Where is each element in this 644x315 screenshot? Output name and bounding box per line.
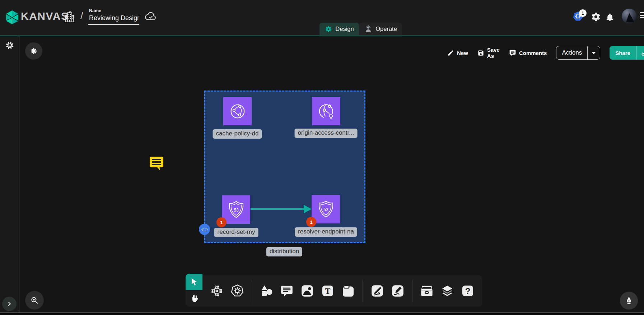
link-icon (640, 49, 644, 57)
tab-operate[interactable]: Operate (359, 23, 402, 35)
toolbar-section-manage: ? (412, 280, 482, 302)
help-glyph: ? (465, 286, 471, 296)
breadcrumb-separator: / (80, 10, 83, 22)
help-icon[interactable]: ? (460, 283, 475, 298)
components-circuit-icon[interactable] (209, 283, 224, 298)
error-badge-resolver-endpoint[interactable]: 1 (306, 217, 316, 227)
node-cache-policy[interactable] (223, 97, 252, 125)
kanvas-app: KANVAS / Name (0, 0, 644, 315)
settings-gear-icon[interactable] (591, 12, 601, 22)
pen-nib-icon (624, 296, 634, 305)
comment-tool-icon[interactable] (279, 283, 294, 298)
actions-caret-cell[interactable] (587, 46, 600, 59)
text-tool-glyph: T (325, 287, 330, 296)
user-avatar[interactable] (622, 9, 637, 24)
actions-dropdown-button[interactable]: Actions (556, 46, 600, 60)
zoom-in-magnifier-icon (30, 296, 39, 305)
cloudfront-origin-access-control-icon (316, 101, 336, 121)
brand-name: KANVAS (21, 10, 69, 22)
layers-icon[interactable] (440, 283, 455, 298)
pen-path-tool-icon[interactable] (370, 283, 385, 298)
save-as-button[interactable]: Save As (477, 47, 500, 59)
design-name-input[interactable] (89, 14, 139, 22)
sidebar-meshery-swirl-icon[interactable] (4, 40, 15, 51)
tab-design[interactable]: Design (319, 23, 359, 35)
select-tool-button[interactable] (186, 274, 202, 290)
shapes-tool-icon[interactable] (259, 283, 274, 298)
group-label-distribution[interactable]: distribution (266, 247, 302, 256)
design-name-underline (88, 24, 139, 25)
new-label: New (457, 50, 468, 56)
route53-number: 53 (323, 207, 328, 212)
asterisk-gear-icon (30, 47, 38, 55)
toolbar-section-infra (202, 280, 252, 302)
image-tool-icon[interactable] (300, 283, 315, 298)
design-tab-icon (325, 25, 332, 33)
kubernetes-notification-badge: 1 (579, 9, 587, 17)
kanvas-logo-icon[interactable] (5, 9, 19, 25)
share-label: Share (610, 46, 636, 60)
save-as-label: Save As (487, 47, 500, 59)
node-resolver-endpoint[interactable]: 53 (312, 195, 340, 223)
node-label-record-set[interactable]: record-set-my (214, 228, 258, 237)
canvas-settings-button[interactable] (25, 42, 42, 60)
node-label-origin-access-control[interactable]: origin-access-contr... (295, 129, 358, 138)
notifications-bell-icon[interactable] (605, 13, 615, 22)
expand-sidebar-button[interactable] (2, 297, 17, 311)
zoom-in-button[interactable] (25, 291, 44, 310)
edge-record-to-resolver[interactable] (251, 208, 304, 210)
caret-down-icon (592, 52, 596, 54)
design-name-label: Name (89, 8, 101, 13)
floppy-save-icon (477, 50, 484, 56)
operate-tab-label: Operate (375, 26, 397, 32)
left-sidebar-rail (0, 36, 19, 313)
cloudfront-cache-policy-icon (228, 101, 248, 121)
share-button[interactable]: Share (610, 46, 644, 60)
design-tab-label: Design (335, 26, 354, 32)
hamburger-menu-icon[interactable] (640, 12, 644, 18)
canvas-toolbar: New Save As Comments Actions (447, 46, 644, 60)
actions-label: Actions (556, 46, 587, 59)
edge-arrowhead (304, 205, 312, 213)
error-badge-record-set[interactable]: 1 (216, 217, 227, 227)
new-button[interactable]: New (447, 50, 468, 56)
card-tool-icon[interactable] (341, 283, 356, 298)
node-label-resolver-endpoint[interactable]: resolver-endpoint-na (295, 227, 357, 237)
organization-icon[interactable] (63, 10, 76, 24)
avatar-figure (626, 13, 634, 22)
copy-link-cell[interactable] (636, 46, 644, 60)
route53-number: 53 (234, 207, 239, 212)
node-origin-access-control[interactable] (312, 97, 340, 125)
chevron-right-icon (6, 301, 13, 307)
selection-handle[interactable] (199, 224, 210, 235)
pen-fab-button[interactable] (620, 292, 638, 310)
freehand-pencil-tool-icon[interactable] (390, 283, 405, 298)
pencil-icon (447, 50, 454, 56)
header-accent-underline (0, 35, 644, 36)
bottom-strip (0, 313, 644, 315)
comment-bubble-icon (509, 49, 516, 56)
drawer-archive-icon[interactable] (419, 283, 434, 298)
cloud-sync-icon (144, 11, 157, 22)
pointer-tool-group (186, 274, 202, 307)
node-label-cache-policy[interactable]: cache-policy-dd (213, 129, 262, 139)
comments-label: Comments (519, 50, 547, 56)
kubernetes-helm-icon[interactable] (230, 283, 245, 298)
toolbar-section-annotate: T (252, 280, 363, 302)
canvas-comment-pin-icon[interactable] (149, 156, 164, 171)
bottom-toolbar: T (202, 275, 482, 307)
comments-button[interactable]: Comments (509, 49, 547, 56)
text-tool-icon[interactable]: T (320, 283, 335, 298)
pan-tool-button[interactable] (186, 290, 202, 307)
operate-tab-icon (364, 25, 373, 33)
node-record-set[interactable]: 53 (222, 195, 250, 224)
toolbar-section-draw (363, 280, 412, 302)
header: KANVAS / Name (0, 0, 644, 35)
route53-resolver-endpoint-icon: 53 (316, 199, 336, 219)
route53-record-set-icon: 53 (226, 200, 246, 220)
